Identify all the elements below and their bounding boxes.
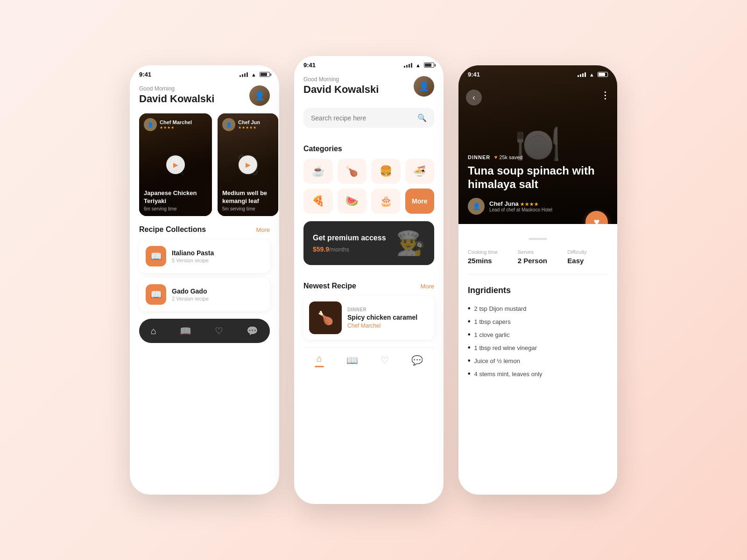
cake-icon: 🎂 (380, 195, 392, 207)
collection-item-1[interactable]: 📖 Gado Gado 2 Version recipe (139, 278, 270, 311)
rec-chef-0: Chef Marchel (347, 322, 417, 329)
hero-image: 🍽️ 9:41 ▲ (458, 65, 617, 224)
status-bar-2: 9:41 ▲ (294, 56, 444, 70)
pizza-icon: 🍕 (312, 195, 324, 207)
chef-name-1: Chef Marchel (160, 119, 192, 126)
ingredient-4: Juice of ½ lemon (468, 354, 608, 367)
chef-avatar-2: 👤 (222, 118, 235, 131)
recipe-category: DINNER (468, 154, 490, 160)
recipe-item-0[interactable]: 🍗 DINNER Spicy chicken caramel Chef Marc… (303, 296, 434, 340)
difficulty-label: Difficulty (567, 249, 608, 255)
newest-title: Newest Recipe (303, 282, 356, 290)
chef-card-2[interactable]: 🥘 👤 Chef Jun ★★★★★ ▶ Medium well be kema… (218, 113, 278, 216)
newest-header: Newest Recipe More (294, 273, 444, 296)
phone-screen-2: 9:41 ▲ Good Morning David Kowalski (294, 56, 444, 504)
time-3: 9:41 (468, 71, 480, 78)
chef-name-2: Chef Jun (238, 119, 260, 126)
nav2-heart-icon[interactable]: ♡ (381, 355, 389, 366)
cat-burger[interactable]: 🍔 (371, 159, 401, 184)
collections-more-link[interactable]: More (256, 226, 270, 233)
cat-chicken[interactable]: 🍗 (338, 159, 367, 184)
search-icon: 🔍 (417, 113, 427, 122)
categories-grid: ☕ 🍗 🍔 🍜 🍕 🍉 🎂 More (294, 159, 444, 214)
serves-label: Serves (518, 249, 558, 255)
chef-card-1[interactable]: 🍳 👤 Chef Marchel ★★★★ ▶ Japanese Chicken… (139, 113, 212, 216)
difficulty-value: Easy (567, 257, 608, 265)
avatar-2[interactable]: 👤 (414, 76, 434, 97)
wifi-icon-2: ▲ (416, 63, 421, 68)
chef-hero-role: Lead of chef at Maskoco Hotel (489, 207, 552, 212)
chef-avatar-hero: 👤 (468, 198, 485, 215)
status-icons-1: ▲ (240, 72, 270, 77)
nav2-home-icon[interactable]: ⌂ (317, 353, 322, 364)
avatar-1[interactable]: 👤 (249, 85, 270, 106)
nav-book-icon[interactable]: 📖 (180, 325, 191, 336)
ingredient-2: 1 clove garlic (468, 328, 608, 341)
cat-cake[interactable]: 🎂 (371, 189, 401, 214)
recipe-title: Tuna soup spinach with himalaya salt (468, 164, 608, 191)
signal-icon-3 (578, 72, 586, 77)
signal-icon-2 (404, 63, 412, 68)
play-button-2[interactable]: ▶ (239, 155, 257, 174)
chef-avatar-1: 👤 (144, 118, 157, 131)
nav2-chat-icon[interactable]: 💬 (411, 355, 423, 366)
cooking-time-stat: Cooking time 25mins (468, 249, 508, 265)
serves-value: 2 Person (518, 257, 558, 265)
serves-stat: Serves 2 Person (518, 249, 558, 265)
ingredient-0: 2 tsp Dijon mustard (468, 302, 608, 315)
chef-stars-1: ★★★★ (160, 126, 192, 130)
play-button-1[interactable]: ▶ (166, 155, 185, 174)
ingredient-1: 1 tbsp capers (468, 315, 608, 328)
nav-home-icon[interactable]: ⌂ (151, 326, 156, 336)
premium-banner[interactable]: Get premium access $59.9/months 👨‍🍳 (303, 221, 434, 265)
signal-icon (240, 72, 248, 77)
cooking-time-value: 25mins (468, 257, 508, 265)
card-title-2: Medium well be kemangi leaf (222, 189, 274, 205)
phone-screen-3: 🍽️ 9:41 ▲ (458, 65, 617, 495)
ingredient-5: 4 stems mint, leaves only (468, 367, 608, 380)
nav2-book-icon[interactable]: 📖 (346, 355, 358, 366)
search-bar[interactable]: 🔍 (303, 108, 434, 128)
user-name-1: David Kowalski (139, 93, 214, 105)
status-bar-3: 9:41 ▲ (458, 65, 617, 80)
cat-pizza[interactable]: 🍕 (303, 189, 333, 214)
recipe-details: Cooking time 25mins Serves 2 Person Diff… (458, 224, 617, 495)
status-bar-1: 9:41 ▲ (130, 65, 279, 80)
battery-icon-3 (598, 72, 608, 77)
more-options-button[interactable]: ⋮ (600, 90, 610, 101)
saved-count: 25k saved (499, 154, 522, 160)
noodles-icon: 🍜 (413, 165, 426, 177)
chef-hero-name: Chef Juna ★★★★ (489, 200, 552, 207)
more-label: More (412, 197, 427, 205)
fruits-icon: 🍉 (345, 195, 358, 207)
categories-title: Categories (303, 145, 342, 153)
newest-more-link[interactable]: More (420, 283, 434, 290)
nav-heart-icon[interactable]: ♡ (215, 325, 223, 336)
card-subtitle-1: 6m serving time (144, 206, 207, 211)
phone-screen-1: 9:41 ▲ Good Morning David Kowalski (130, 65, 279, 495)
back-button[interactable]: ‹ (466, 90, 482, 105)
collection-list: 📖 Italiano Pasta 5 Version recipe 📖 Gado… (130, 239, 279, 311)
chef-cards-container: 🍳 👤 Chef Marchel ★★★★ ▶ Japanese Chicken… (130, 113, 279, 216)
nav-chat-icon[interactable]: 💬 (247, 325, 258, 336)
ingredients-title: Ingridients (468, 286, 608, 295)
ingredient-list: 2 tsp Dijon mustard 1 tbsp capers 1 clov… (468, 302, 608, 380)
search-input[interactable] (311, 114, 414, 122)
chicken-icon: 🍗 (345, 165, 358, 177)
cat-drinks[interactable]: ☕ (303, 159, 333, 184)
status-icons-2: ▲ (404, 63, 434, 68)
greeting-2: Good Morning (303, 76, 379, 83)
chef-stars-2: ★★★★★ (238, 126, 260, 130)
coll-version-0: 5 Version recipe (172, 258, 214, 263)
battery-icon (260, 72, 270, 77)
collection-item-0[interactable]: 📖 Italiano Pasta 5 Version recipe (139, 239, 270, 273)
cat-more[interactable]: More (405, 189, 435, 214)
cat-noodles[interactable]: 🍜 (405, 159, 435, 184)
collections-header: Recipe Collections More (130, 216, 279, 239)
time-1: 9:41 (139, 71, 151, 78)
wifi-icon-3: ▲ (589, 72, 594, 77)
premium-title: Get premium access (313, 233, 386, 243)
difficulty-stat: Difficulty Easy (567, 249, 608, 265)
cat-fruits[interactable]: 🍉 (338, 189, 367, 214)
coll-version-1: 2 Version recipe (172, 296, 209, 301)
